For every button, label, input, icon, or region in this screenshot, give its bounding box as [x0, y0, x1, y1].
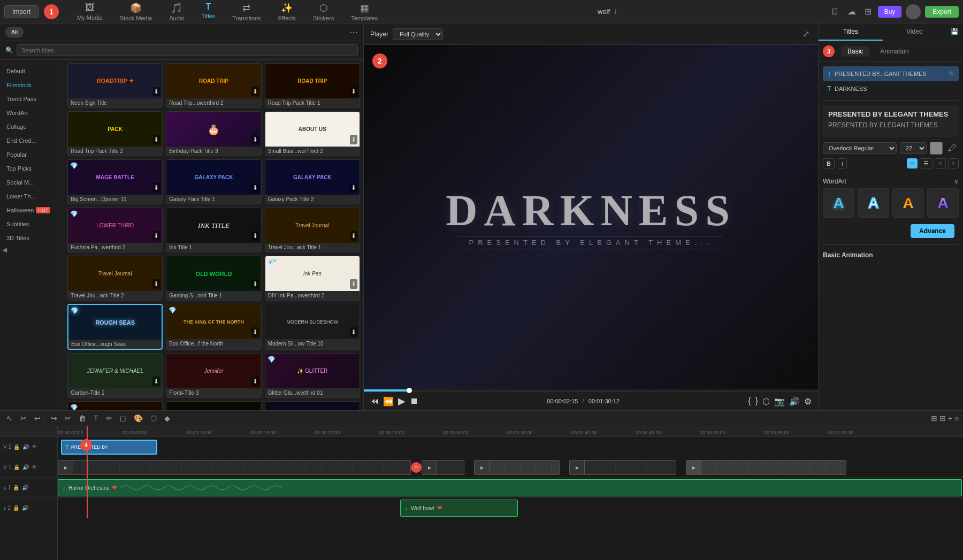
- scrubber-thumb[interactable]: [407, 388, 412, 393]
- scrubber-bar[interactable]: [364, 389, 818, 392]
- undo-button[interactable]: ↩: [32, 413, 44, 424]
- zoom-in-icon[interactable]: ⊞: [931, 414, 937, 423]
- mute-button-v2[interactable]: 🔊: [22, 443, 29, 450]
- download-button[interactable]: ⬇: [251, 231, 259, 241]
- list-item[interactable]: Jennifer ⬇ Floral-Title 3: [166, 353, 261, 398]
- list-item[interactable]: 💎Ink Pen ⬇ DIY Ink Pa...owerthird 2: [265, 256, 360, 301]
- export-button[interactable]: Export: [925, 6, 959, 18]
- list-item[interactable]: ROAD TRIP ⬇ Road Trip Pack Title 1: [265, 63, 360, 108]
- list-item[interactable]: Travel Journal ⬇ Travel Jou...ack Title …: [265, 208, 360, 252]
- sidebar-item-popular[interactable]: Popular: [0, 148, 64, 162]
- size-select[interactable]: 22: [900, 142, 927, 154]
- wordart-item-4[interactable]: A: [927, 188, 959, 218]
- grid-icon[interactable]: ⊞: [862, 4, 874, 19]
- list-item[interactable]: JENNIFER & MICHAEL ⬇ Garden-Title 2: [67, 353, 163, 398]
- download-button[interactable]: ⬇: [251, 183, 259, 193]
- eye-button-v2[interactable]: 👁: [31, 443, 37, 450]
- tab-transitions[interactable]: ⇄ Transitions: [224, 0, 269, 24]
- save-icon[interactable]: 💾: [946, 24, 963, 41]
- tracks-scroll-area[interactable]: 00:00:00:00 00:00:05:00 00:00:10:00 00:0…: [58, 426, 963, 560]
- sidebar-item-lower-th[interactable]: Lower Th...: [0, 189, 64, 203]
- audio-clip-horror[interactable]: ♪ Horror Orchestra ❤: [58, 479, 962, 496]
- list-item[interactable]: GALAXY PACK ⬇ Galaxy Pack Title 1: [166, 159, 261, 204]
- list-item[interactable]: ROAD TRIP ⬇ Road Trip...owerthird 2: [166, 63, 261, 108]
- search-input[interactable]: [17, 44, 358, 56]
- bold-button[interactable]: B: [823, 158, 835, 168]
- download-button[interactable]: ⬇: [152, 183, 160, 193]
- more-options-button[interactable]: ⋯: [349, 27, 358, 37]
- tab-stock-media[interactable]: 📦 Stock Media: [111, 0, 161, 24]
- sidebar-item-subtitles[interactable]: Subtitles: [0, 217, 64, 231]
- layer-item-darkness[interactable]: T DARKNESS: [823, 81, 959, 96]
- mute-button-a2[interactable]: 🔊: [21, 504, 29, 511]
- download-button[interactable]: ⬇: [251, 377, 259, 386]
- video-clip-5[interactable]: ▶: [686, 460, 846, 475]
- title-clip[interactable]: T PRESENTED BY: [61, 440, 157, 455]
- tab-titles[interactable]: T Titles: [193, 0, 224, 24]
- download-button[interactable]: ⬇: [350, 279, 357, 289]
- layer-item-presented[interactable]: T PRESENTED BY...GANT THEMES ✎: [823, 66, 959, 81]
- wordart-item-3[interactable]: A: [892, 188, 924, 218]
- color-picker[interactable]: [930, 142, 943, 155]
- wordart-item-1[interactable]: A: [823, 188, 854, 218]
- align-left-button[interactable]: ≡: [907, 158, 918, 168]
- download-button[interactable]: ⬇: [251, 87, 259, 96]
- download-button[interactable]: ⬇: [152, 377, 160, 386]
- list-item[interactable]: 💎ANCIENT Ancient Cl...Opener 01: [67, 401, 163, 410]
- download-button[interactable]: ⬇: [350, 327, 357, 337]
- download-button[interactable]: ⬇: [152, 135, 160, 144]
- download-button[interactable]: ⬇: [350, 183, 357, 193]
- tab-my-media[interactable]: 🖼 My Media: [68, 0, 111, 24]
- list-item[interactable]: MODERN SLIDESHOW ⬇ Modern Sli...ow Title…: [265, 304, 360, 350]
- download-button[interactable]: ⬇: [251, 327, 259, 337]
- sidebar-item-halloween[interactable]: Halloween HOT: [0, 203, 64, 217]
- redo-button[interactable]: ↪: [49, 413, 59, 424]
- list-item[interactable]: ROADTRIP ✦ ⬇ Neon Sign Title: [67, 63, 163, 108]
- list-item[interactable]: EGYPT ⬇ Ancient Cl...ck Title 02: [166, 401, 261, 410]
- volume-button[interactable]: 🔊: [789, 396, 800, 406]
- download-button[interactable]: ⬇: [350, 231, 357, 241]
- zoom-out-icon[interactable]: ⊟: [939, 414, 946, 423]
- advance-button[interactable]: Advance: [911, 224, 954, 238]
- shape-tool[interactable]: ◻: [118, 413, 128, 424]
- list-item[interactable]: PACK ⬇ Road Trip Pack Title 2: [67, 111, 163, 156]
- skip-back-button[interactable]: ⏮: [370, 396, 379, 406]
- list-item[interactable]: 🪐 ⬇ Planets Pa...Opener 01: [265, 401, 360, 410]
- mute-button-v1[interactable]: 🔊: [22, 464, 29, 471]
- stop-button[interactable]: ⏹: [410, 396, 418, 406]
- download-button[interactable]: ⬇: [152, 231, 160, 241]
- in-point-button[interactable]: {: [748, 396, 751, 406]
- eye-button-v1[interactable]: 👁: [31, 464, 37, 471]
- sidebar-item-end-cred[interactable]: End Cred...: [0, 134, 64, 148]
- select-tool[interactable]: ↖: [4, 413, 15, 424]
- buy-button[interactable]: Buy: [878, 6, 902, 18]
- video-clip-3[interactable]: ▶: [474, 460, 560, 475]
- tab-titles-properties[interactable]: Titles: [819, 24, 883, 41]
- sidebar-collapse-button[interactable]: ◀: [0, 245, 9, 255]
- subtab-basic[interactable]: Basic: [841, 46, 869, 57]
- download-button[interactable]: ⬇: [152, 279, 160, 289]
- list-item[interactable]: OLD WORLD ⬇ Gaming S...orld Title 1: [166, 256, 261, 301]
- list-item[interactable]: 💎LOWER THIRD ⬇ Fuchsia Pa...werthird 2: [67, 208, 163, 252]
- subtab-animation[interactable]: Animation: [874, 46, 915, 57]
- tab-effects[interactable]: ✨ Effects: [270, 0, 304, 24]
- keyframe-tool[interactable]: ◆: [162, 413, 172, 424]
- add-track-button[interactable]: +: [948, 414, 952, 423]
- filter-all[interactable]: All: [5, 27, 24, 37]
- play-button[interactable]: ▶: [398, 395, 406, 407]
- font-select[interactable]: Overlock Regular: [823, 142, 897, 154]
- frame-back-button[interactable]: ⏪: [383, 396, 394, 406]
- lock-button-v1[interactable]: 🔒: [13, 464, 20, 471]
- sidebar-item-filmstock[interactable]: Filmstock: [0, 78, 64, 92]
- align-center-button[interactable]: ☰: [920, 158, 933, 168]
- tab-templates[interactable]: ▦ Templates: [342, 0, 386, 24]
- wordart-item-2[interactable]: A: [858, 188, 889, 218]
- crop-tool[interactable]: ✂: [18, 413, 29, 424]
- list-item[interactable]: 💎MAGE BATTLE ⬇ Big Screen...Opener 11: [67, 159, 163, 204]
- list-item[interactable]: Travel Journal ⬇ Travel Jou...ack Title …: [67, 256, 163, 301]
- justify-button[interactable]: ≡: [948, 158, 959, 168]
- overlay-button[interactable]: ⬡: [762, 396, 770, 406]
- mute-button-a1[interactable]: 🔊: [21, 484, 29, 491]
- text-tool[interactable]: T: [91, 413, 101, 424]
- tab-stickers[interactable]: ⬡ Stickers: [304, 0, 342, 24]
